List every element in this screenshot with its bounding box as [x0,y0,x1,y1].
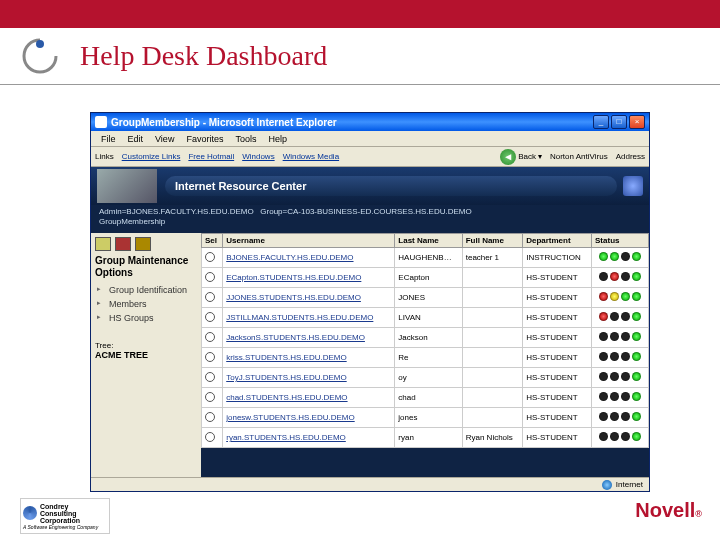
tree-name: ACME TREE [95,350,197,360]
cell-lastname: Re [395,348,462,368]
table-row: ToyJ.STUDENTS.HS.EDU.DEMOoyHS-STUDENT [202,368,649,388]
cell-fullname [462,328,522,348]
members-table: Sel Username Last Name Full Name Departm… [201,233,649,448]
globe-icon [602,480,612,490]
username-link[interactable]: ToyJ.STUDENTS.HS.EDU.DEMO [226,373,346,382]
link-windows[interactable]: Windows [242,152,274,161]
status-dot-icon [610,372,619,381]
link-customize[interactable]: Customize Links [122,152,181,161]
row-select-radio[interactable] [205,312,215,322]
row-select-radio[interactable] [205,292,215,302]
close-button[interactable]: × [629,115,645,129]
back-arrow-icon: ◄ [500,149,516,165]
status-dot-icon [599,432,608,441]
cell-status [592,368,649,388]
status-dot-icon [610,252,619,261]
status-dot-icon [610,432,619,441]
cell-lastname: LIVAN [395,308,462,328]
row-select-radio[interactable] [205,372,215,382]
username-link[interactable]: kriss.STUDENTS.HS.EDU.DEMO [226,353,346,362]
username-link[interactable]: JSTILLMAN.STUDENTS.HS.EDU.DEMO [226,313,373,322]
status-dot-icon [621,252,630,261]
link-media[interactable]: Windows Media [283,152,339,161]
row-select-radio[interactable] [205,392,215,402]
norton-label[interactable]: Norton AntiVirus [550,152,608,161]
banner-app-icon [623,176,643,196]
username-link[interactable]: jonesw.STUDENTS.HS.EDU.DEMO [226,413,354,422]
status-dot-icon [621,272,630,281]
col-username[interactable]: Username [223,234,395,248]
table-row: ECapton.STUDENTS.HS.EDU.DEMOECaptonHS-ST… [202,268,649,288]
menu-help[interactable]: Help [262,134,293,144]
username-link[interactable]: JJONES.STUDENTS.HS.EDU.DEMO [226,293,361,302]
status-dot-icon [610,272,619,281]
status-dot-icon [599,332,608,341]
cell-dept: HS-STUDENT [523,388,592,408]
status-dot-icon [610,352,619,361]
novell-logo: Novell® [635,499,702,522]
col-lastname[interactable]: Last Name [395,234,462,248]
status-dot-icon [599,372,608,381]
sidebar-item-hsgroups[interactable]: HS Groups [95,311,197,325]
username-link[interactable]: ryan.STUDENTS.HS.EDU.DEMO [226,433,346,442]
row-select-radio[interactable] [205,272,215,282]
address-label: Address [616,152,645,161]
window-title: GroupMembership - Microsoft Internet Exp… [111,117,593,128]
col-status[interactable]: Status [592,234,649,248]
row-select-radio[interactable] [205,352,215,362]
ie-icon [95,116,107,128]
menu-view[interactable]: View [149,134,180,144]
row-select-radio[interactable] [205,432,215,442]
row-select-radio[interactable] [205,332,215,342]
sidebar-icon-3[interactable] [135,237,151,251]
banner-title-bar: Internet Resource Center [165,176,617,196]
sidebar-item-members[interactable]: Members [95,297,197,311]
cell-fullname [462,288,522,308]
cell-status [592,348,649,368]
breadcrumb-section: GroupMembership [99,217,165,226]
menu-tools[interactable]: Tools [229,134,262,144]
col-fullname[interactable]: Full Name [462,234,522,248]
status-dot-icon [599,272,608,281]
col-dept[interactable]: Department [523,234,592,248]
links-toolbar: Links Customize Links Free Hotmail Windo… [91,147,649,167]
window-titlebar[interactable]: GroupMembership - Microsoft Internet Exp… [91,113,649,131]
members-table-wrap: Sel Username Last Name Full Name Departm… [201,233,649,477]
cell-status [592,308,649,328]
status-dot-icon [632,392,641,401]
status-dot-icon [632,412,641,421]
link-hotmail[interactable]: Free Hotmail [188,152,234,161]
status-dot-icon [610,332,619,341]
username-link[interactable]: BJONES.FACULTY.HS.EDU.DEMO [226,253,353,262]
minimize-button[interactable]: _ [593,115,609,129]
menu-favorites[interactable]: Favorites [180,134,229,144]
back-button[interactable]: ◄Back ▾ [500,149,542,165]
col-sel[interactable]: Sel [202,234,223,248]
username-link[interactable]: JacksonS.STUDENTS.HS.EDU.DEMO [226,333,365,342]
username-link[interactable]: chad.STUDENTS.HS.EDU.DEMO [226,393,347,402]
row-select-radio[interactable] [205,412,215,422]
cell-fullname: Ryan Nichols [462,428,522,448]
maximize-button[interactable]: □ [611,115,627,129]
menu-edit[interactable]: Edit [122,134,150,144]
row-select-radio[interactable] [205,252,215,262]
sidebar-item-groupid[interactable]: Group Identification [95,283,197,297]
breadcrumb: Admin=BJONES.FACULTY.HS.EDU.DEMO Group=C… [91,205,649,233]
condrey-tagline: A Software Engineering Company [23,524,107,530]
sidebar-icon-2[interactable] [115,237,131,251]
status-dot-icon [621,372,630,381]
cell-fullname [462,388,522,408]
breadcrumb-admin: Admin=BJONES.FACULTY.HS.EDU.DEMO [99,207,254,216]
table-row: JJONES.STUDENTS.HS.EDU.DEMOJONESHS-STUDE… [202,288,649,308]
sidebar-icon-1[interactable] [95,237,111,251]
cell-lastname: chad [395,388,462,408]
menu-file[interactable]: File [95,134,122,144]
username-link[interactable]: ECapton.STUDENTS.HS.EDU.DEMO [226,273,361,282]
status-dot-icon [632,252,641,261]
status-dot-icon [610,292,619,301]
status-dot-icon [632,272,641,281]
status-dot-icon [632,292,641,301]
sidebar: Group Maintenance Options Group Identifi… [91,233,201,477]
table-row: JacksonS.STUDENTS.HS.EDU.DEMOJacksonHS-S… [202,328,649,348]
status-dot-icon [621,292,630,301]
